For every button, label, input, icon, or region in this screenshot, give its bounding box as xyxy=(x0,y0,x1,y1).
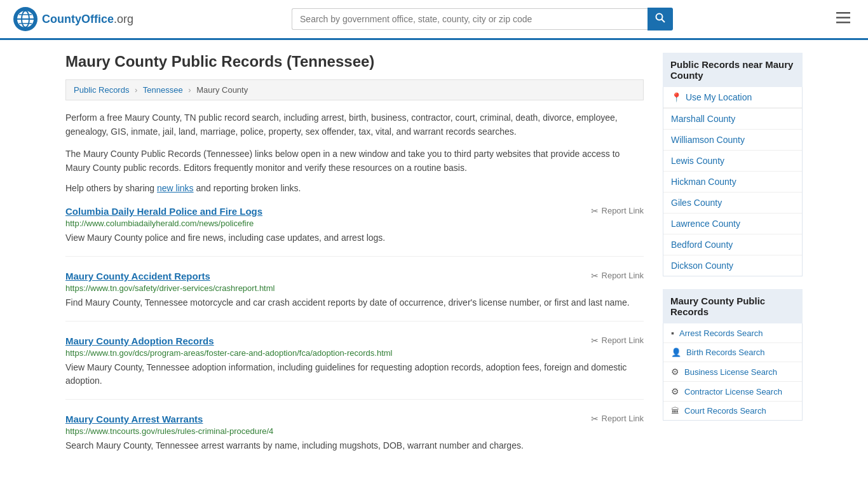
nearby-county-2[interactable]: Lewis County xyxy=(663,151,802,172)
public-records-section-header: Maury County Public Records xyxy=(663,289,803,323)
public-record-link-0[interactable]: Arrest Records Search xyxy=(679,329,763,338)
help-text: Help others by sharing new links and rep… xyxy=(65,183,644,193)
content-area: Maury County Public Records (Tennessee) … xyxy=(65,53,644,478)
nearby-county-link-7[interactable]: Dickson County xyxy=(663,255,802,276)
nearby-county-0[interactable]: Marshall County xyxy=(663,109,802,130)
location-pin-icon: 📍 xyxy=(671,92,682,102)
record-header-0: Columbia Daily Herald Police and Fire Lo… xyxy=(65,206,644,217)
header: CountyOffice.org xyxy=(0,0,868,40)
search-icon xyxy=(655,13,665,23)
breadcrumb-tennessee[interactable]: Tennessee xyxy=(143,85,183,95)
public-record-item-3[interactable]: ⚙ Contractor License Search xyxy=(663,382,802,402)
record-url-2: https://www.tn.gov/dcs/program-areas/fos… xyxy=(65,348,644,358)
public-record-link-3[interactable]: Contractor License Search xyxy=(684,387,782,396)
svg-rect-9 xyxy=(836,12,850,14)
public-record-link-1[interactable]: Birth Records Search xyxy=(686,348,765,357)
new-links-link[interactable]: new links xyxy=(157,183,194,193)
nearby-section: Public Records near Maury County 📍 Use M… xyxy=(663,53,803,276)
svg-line-8 xyxy=(662,20,665,23)
nearby-county-link-4[interactable]: Giles County xyxy=(663,193,802,213)
record-url-1: https://www.tn.gov/safety/driver-service… xyxy=(65,283,644,293)
nearby-county-6[interactable]: Bedford County xyxy=(663,234,802,255)
record-url-3: https://www.tncourts.gov/rules/rules-cri… xyxy=(65,426,644,436)
record-icon-2: ⚙ xyxy=(671,367,679,377)
record-title-2[interactable]: Maury County Adoption Records xyxy=(65,336,214,346)
record-icon-4: 🏛 xyxy=(671,406,679,416)
search-input[interactable] xyxy=(292,8,648,30)
scissors-icon-2: ✂ xyxy=(591,336,599,346)
nearby-county-link-6[interactable]: Bedford County xyxy=(663,234,802,255)
record-desc-1: Find Maury County, Tennessee motorcycle … xyxy=(65,296,644,309)
nearby-county-4[interactable]: Giles County xyxy=(663,193,802,214)
sidebar: Public Records near Maury County 📍 Use M… xyxy=(663,53,803,478)
record-item-2: Maury County Adoption Records ✂ Report L… xyxy=(65,336,644,400)
page-title: Maury County Public Records (Tennessee) xyxy=(65,53,644,71)
record-header-3: Maury County Arrest Warrants ✂ Report Li… xyxy=(65,414,644,424)
nearby-county-link-2[interactable]: Lewis County xyxy=(663,151,802,171)
report-link-2[interactable]: ✂ Report Link xyxy=(591,336,644,346)
record-icon-0: ▪ xyxy=(671,328,674,338)
svg-point-7 xyxy=(656,14,663,20)
nearby-county-7[interactable]: Dickson County xyxy=(663,255,802,276)
breadcrumb-sep-1: › xyxy=(135,85,137,95)
public-record-link-4[interactable]: Court Records Search xyxy=(684,406,766,416)
breadcrumb: Public Records › Tennessee › Maury Count… xyxy=(65,79,644,100)
public-record-item-0[interactable]: ▪ Arrest Records Search xyxy=(663,323,802,343)
scissors-icon-3: ✂ xyxy=(591,414,599,424)
search-button[interactable] xyxy=(648,8,673,30)
scissors-icon-0: ✂ xyxy=(591,206,599,216)
search-area xyxy=(292,8,673,30)
nearby-section-header: Public Records near Maury County xyxy=(663,53,803,87)
nearby-county-link-3[interactable]: Hickman County xyxy=(663,172,802,192)
record-desc-2: View Maury County, Tennessee adoption in… xyxy=(65,361,644,388)
record-item-3: Maury County Arrest Warrants ✂ Report Li… xyxy=(65,414,644,464)
hamburger-menu-button[interactable] xyxy=(831,8,855,30)
nearby-county-1[interactable]: Williamson County xyxy=(663,130,802,151)
record-header-2: Maury County Adoption Records ✂ Report L… xyxy=(65,336,644,346)
nearby-county-link-5[interactable]: Lawrence County xyxy=(663,214,802,234)
records-list: Columbia Daily Herald Police and Fire Lo… xyxy=(65,206,644,464)
public-records-section: Maury County Public Records ▪ Arrest Rec… xyxy=(663,289,803,421)
nearby-county-5[interactable]: Lawrence County xyxy=(663,214,802,234)
record-item-0: Columbia Daily Herald Police and Fire Lo… xyxy=(65,206,644,257)
main-container: Maury County Public Records (Tennessee) … xyxy=(53,40,815,488)
record-icon-1: 👤 xyxy=(671,348,681,357)
record-title-0[interactable]: Columbia Daily Herald Police and Fire Lo… xyxy=(65,206,262,217)
logo-text: CountyOffice.org xyxy=(42,13,133,26)
nearby-county-3[interactable]: Hickman County xyxy=(663,172,802,193)
nearby-county-link-1[interactable]: Williamson County xyxy=(663,130,802,150)
scissors-icon-1: ✂ xyxy=(591,271,599,281)
report-link-1[interactable]: ✂ Report Link xyxy=(591,271,644,281)
record-desc-3: Search Maury County, Tennessee arrest wa… xyxy=(65,439,644,452)
logo-area: CountyOffice.org xyxy=(13,6,133,32)
report-link-0[interactable]: ✂ Report Link xyxy=(591,206,644,216)
public-record-item-2[interactable]: ⚙ Business License Search xyxy=(663,362,802,382)
hamburger-icon xyxy=(836,12,850,24)
intro-text: Perform a free Maury County, TN public r… xyxy=(65,111,644,139)
note-text: The Maury County Public Records (Tenness… xyxy=(65,147,644,175)
public-record-link-2[interactable]: Business License Search xyxy=(684,367,777,377)
breadcrumb-sep-2: › xyxy=(188,85,191,95)
public-record-item-4[interactable]: 🏛 Court Records Search xyxy=(663,402,802,420)
breadcrumb-current: Maury County xyxy=(196,85,248,95)
public-records-list: ▪ Arrest Records Search 👤 Birth Records … xyxy=(663,323,803,421)
use-location-item[interactable]: 📍 Use My Location xyxy=(663,87,802,109)
logo-icon xyxy=(13,6,38,32)
record-title-1[interactable]: Maury County Accident Reports xyxy=(65,271,210,281)
report-link-3[interactable]: ✂ Report Link xyxy=(591,414,644,424)
record-icon-3: ⚙ xyxy=(671,386,679,396)
svg-rect-10 xyxy=(836,17,850,19)
record-item-1: Maury County Accident Reports ✂ Report L… xyxy=(65,271,644,322)
record-url-0: http://www.columbiadailyherald.com/news/… xyxy=(65,219,644,228)
record-title-3[interactable]: Maury County Arrest Warrants xyxy=(65,414,203,424)
record-desc-0: View Maury County police and fire news, … xyxy=(65,231,644,245)
nearby-counties-list: 📍 Use My Location Marshall County Willia… xyxy=(663,87,803,276)
record-header-1: Maury County Accident Reports ✂ Report L… xyxy=(65,271,644,281)
nearby-county-link-0[interactable]: Marshall County xyxy=(663,109,802,129)
breadcrumb-public-records[interactable]: Public Records xyxy=(74,85,129,95)
public-record-item-1[interactable]: 👤 Birth Records Search xyxy=(663,343,802,362)
svg-rect-11 xyxy=(836,22,850,24)
use-location-link[interactable]: 📍 Use My Location xyxy=(663,87,802,108)
